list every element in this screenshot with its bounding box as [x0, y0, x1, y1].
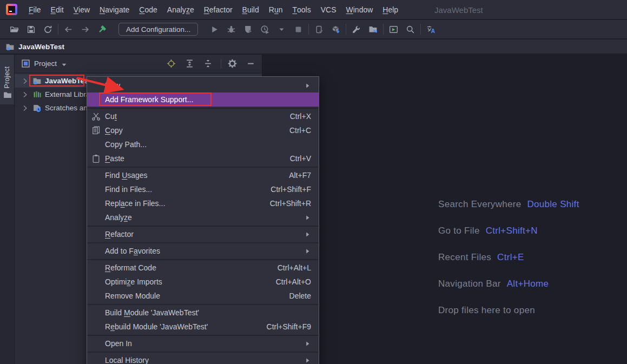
menubar-item-build[interactable]: Build — [237, 0, 264, 19]
menubar-item-view[interactable]: View — [69, 0, 95, 19]
menu-separator — [87, 108, 319, 109]
context-menu-item-replace-in-files[interactable]: Replace in Files...Ctrl+Shift+R — [87, 196, 319, 210]
hint-shortcut: Double Shift — [527, 198, 579, 210]
menubar-item-window[interactable]: Window — [341, 0, 378, 19]
context-menu-item-rebuild-module-javawebtest[interactable]: Rebuild Module 'JavaWebTest'Ctrl+Shift+F… — [87, 320, 319, 334]
logo-mark — [8, 6, 15, 13]
menu-separator — [87, 304, 319, 305]
menubar-item-analyze[interactable]: Analyze — [162, 0, 199, 19]
debug-icon[interactable] — [227, 25, 236, 34]
settings-gear-icon[interactable] — [228, 59, 237, 68]
context-menu-item-add-to-favorites[interactable]: Add to Favorites — [87, 244, 319, 258]
menubar-item-code[interactable]: Code — [134, 0, 162, 19]
context-menu-item-copy[interactable]: CopyCtrl+C — [87, 123, 319, 137]
context-menu-item-add-framework-support[interactable]: Add Framework Support... — [87, 92, 319, 107]
context-menu-item-open-in[interactable]: Open In — [87, 336, 319, 350]
context-menu-item-refactor[interactable]: Refactor — [87, 227, 319, 241]
attach-device-icon[interactable] — [314, 25, 324, 34]
menu-item-icon — [91, 199, 101, 208]
chevron-right-icon[interactable] — [21, 77, 29, 85]
hint-label: Navigation Bar — [438, 278, 501, 289]
forward-icon[interactable] — [81, 25, 90, 34]
menu-item-label: Copy — [105, 126, 123, 135]
menu-item-shortcut: Alt+F7 — [289, 171, 311, 180]
context-menu-item-cut[interactable]: CutCtrl+X — [87, 109, 319, 123]
save-icon[interactable] — [27, 25, 36, 34]
toolbar-nav-group — [58, 25, 112, 34]
hide-panel-icon[interactable] — [246, 59, 255, 68]
context-menu-item-find-usages[interactable]: Find UsagesAlt+F7 — [87, 168, 319, 182]
menubar-item-help[interactable]: Help — [378, 0, 403, 19]
submenu-arrow-icon — [304, 214, 311, 221]
menu-item-label: Open In — [105, 339, 132, 348]
breadcrumb-project[interactable]: JavaWebTest — [18, 43, 64, 51]
sync-icon[interactable] — [43, 25, 52, 34]
build-hammer-icon[interactable] — [97, 25, 107, 34]
panel-title-caret-slot[interactable] — [60, 60, 67, 68]
profiler-icon[interactable] — [260, 25, 269, 34]
menubar-item-tools[interactable]: Tools — [287, 0, 315, 19]
menu-item-icon — [91, 308, 101, 317]
menu-item-shortcut: Delete — [289, 292, 311, 300]
search-everywhere-icon[interactable] — [406, 25, 415, 34]
context-menu-item-optimize-imports[interactable]: Optimize ImportsCtrl+Alt+O — [87, 275, 319, 289]
menubar-item-navigate[interactable]: Navigate — [95, 0, 134, 19]
locate-target-icon[interactable] — [167, 59, 176, 68]
collapse-all-icon[interactable] — [203, 59, 213, 68]
settings-wrench-icon[interactable] — [352, 25, 361, 34]
menubar-item-file[interactable]: File — [24, 0, 46, 19]
menu-item-icon — [91, 140, 101, 149]
translate-icon[interactable]: A — [426, 25, 435, 34]
submenu-arrow-icon — [304, 248, 311, 255]
menubar-item-refactor[interactable]: Refactor — [199, 0, 237, 19]
hint-search-everywhere: Search EverywhereDouble Shift — [438, 198, 579, 210]
coverage-icon[interactable] — [243, 25, 253, 34]
project-panel-title[interactable]: Project — [34, 59, 57, 68]
context-menu-item-new[interactable]: New — [87, 78, 319, 92]
cut-scissors-icon — [91, 112, 101, 121]
project-structure-icon[interactable] — [368, 25, 378, 34]
context-menu-item-copy-path[interactable]: Copy Path... — [87, 137, 319, 151]
chevron-right-icon[interactable] — [21, 104, 29, 112]
package-download-icon[interactable] — [331, 25, 340, 34]
stop-icon[interactable] — [294, 25, 303, 34]
menubar-item-vcs[interactable]: VCS — [316, 0, 341, 19]
add-configuration-button[interactable]: Add Configuration... — [118, 23, 198, 36]
menu-item-icon — [91, 230, 101, 239]
context-menu-item-build-module-javawebtest[interactable]: Build Module 'JavaWebTest' — [87, 306, 319, 320]
toolbar-misc-group: A — [421, 25, 441, 34]
context-menu-item-analyze[interactable]: Analyze — [87, 210, 319, 224]
back-icon[interactable] — [64, 25, 73, 34]
menubar-item-run[interactable]: Run — [264, 0, 288, 19]
caret-down-icon[interactable] — [60, 60, 69, 69]
copy-icon — [91, 126, 101, 135]
context-menu-item-find-in-files[interactable]: Find in Files...Ctrl+Shift+F — [87, 182, 319, 196]
menu-item-label: Analyze — [105, 213, 132, 222]
navigation-bar: JavaWebTest — [0, 39, 627, 54]
tool-window-project-icon — [21, 59, 30, 68]
intellij-logo-icon[interactable] — [6, 4, 17, 15]
menu-item-icon — [91, 263, 101, 273]
menu-item-shortcut: Ctrl+Shift+R — [270, 199, 311, 208]
context-menu: NewAdd Framework Support...CutCtrl+XCopy… — [87, 76, 319, 364]
menu-item-icon — [91, 247, 101, 256]
menu-separator — [87, 335, 319, 336]
svg-text:A: A — [431, 28, 435, 34]
open-folder-icon[interactable] — [10, 25, 19, 34]
menu-item-label: Reformat Code — [105, 263, 156, 272]
context-menu-item-remove-module[interactable]: Remove ModuleDelete — [87, 289, 319, 303]
expand-all-icon[interactable] — [185, 59, 194, 68]
terminal-run-icon[interactable] — [389, 25, 398, 34]
context-menu-item-paste[interactable]: PasteCtrl+V — [87, 151, 319, 166]
stripe-button-project[interactable]: Project — [0, 55, 14, 104]
chevron-right-icon[interactable] — [21, 90, 29, 99]
menubar-item-edit[interactable]: Edit — [46, 0, 69, 19]
menu-item-shortcut: Ctrl+Alt+L — [278, 263, 311, 272]
run-icon[interactable] — [210, 25, 219, 34]
navbar-project-icon-slot — [5, 42, 15, 51]
context-menu-item-local-history[interactable]: Local History — [87, 353, 319, 364]
dropdown-caret-icon[interactable] — [277, 25, 286, 34]
context-menu-item-reformat-code[interactable]: Reformat CodeCtrl+Alt+L — [87, 261, 319, 275]
submenu-arrow-icon — [304, 357, 311, 364]
menu-item-icon — [91, 356, 101, 364]
